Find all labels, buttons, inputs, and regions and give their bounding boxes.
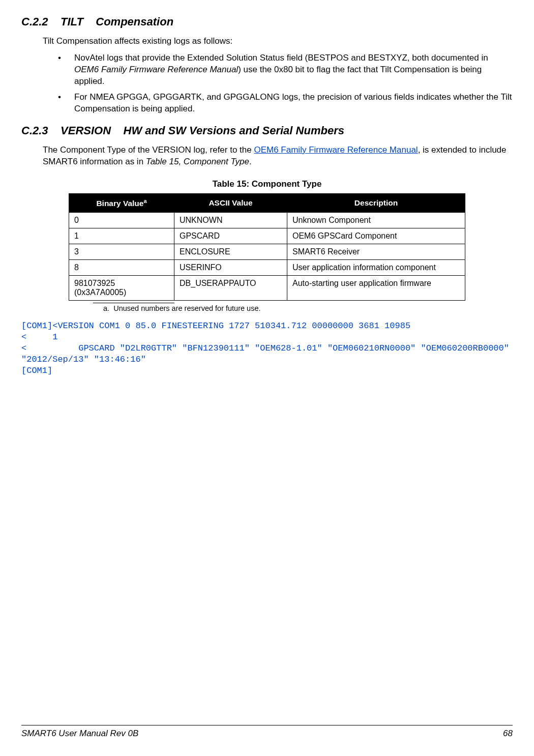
para-pre: The Component Type of the VERSION log, r… — [43, 145, 254, 155]
table-footnote: a. Unused numbers are reserved for futur… — [103, 304, 465, 312]
bullet-text-pre: For NMEA GPGGA, GPGGARTK, and GPGGALONG … — [74, 92, 512, 113]
table-row: 981073925 (0x3A7A0005) DB_USERAPPAUTO Au… — [69, 275, 465, 300]
heading-main: TILT — [61, 15, 83, 28]
table-row: 0 UNKNOWN Unknown Component — [69, 212, 465, 228]
footer-right: 68 — [503, 729, 513, 739]
footnote-label: a. — [103, 304, 109, 312]
cell-asc: USERINFO — [174, 259, 287, 275]
terminal-line: [COM1] — [21, 366, 52, 375]
oem6-link[interactable]: OEM6 Family Firmware Reference Manual — [254, 145, 418, 155]
footnote-rule — [93, 303, 174, 303]
terminal-output: [COM1]<VERSION COM1 0 85.0 FINESTEERING … — [21, 321, 513, 376]
cell-bin: 3 — [69, 244, 174, 259]
table-row: 3 ENCLOSURE SMART6 Receiver — [69, 244, 465, 259]
list-item: NovAtel logs that provide the Extended S… — [43, 52, 513, 88]
heading-main: VERSION — [61, 124, 111, 137]
cell-bin: 8 — [69, 259, 174, 275]
c23-paragraph: The Component Type of the VERSION log, r… — [43, 144, 513, 168]
cell-asc: DB_USERAPPAUTO — [174, 275, 287, 300]
cell-desc: OEM6 GPSCard Component — [287, 228, 465, 244]
page: C.2.2 TILT Compensation Tilt Compensatio… — [0, 0, 534, 756]
bullet-text-pre: NovAtel logs that provide the Extended S… — [74, 53, 488, 63]
th-binary: Binary Valuea — [69, 193, 174, 212]
cell-desc: User application information component — [287, 259, 465, 275]
cell-desc: SMART6 Receiver — [287, 244, 465, 259]
table-row: 8 USERINFO User application information … — [69, 259, 465, 275]
table-header-row: Binary Valuea ASCII Value Description — [69, 193, 465, 212]
heading-c23: C.2.3 VERSION HW and SW Versions and Ser… — [21, 124, 513, 137]
section-c22-body: Tilt Compensation affects existing logs … — [43, 36, 513, 115]
c22-intro: Tilt Compensation affects existing logs … — [43, 36, 513, 47]
heading-number: C.2.3 — [21, 124, 48, 137]
th-ascii: ASCII Value — [174, 193, 287, 212]
cell-bin: 1 — [69, 228, 174, 244]
page-footer: SMART6 User Manual Rev 0B 68 — [21, 725, 513, 739]
list-item: For NMEA GPGGA, GPGGARTK, and GPGGALONG … — [43, 92, 513, 115]
footer-left: SMART6 User Manual Rev 0B — [21, 729, 138, 739]
cell-desc: Unknown Component — [287, 212, 465, 228]
terminal-line: [COM1]<VERSION COM1 0 85.0 FINESTEERING … — [21, 321, 410, 331]
cell-asc: GPSCARD — [174, 228, 287, 244]
table-caption: Table 15: Component Type — [21, 179, 513, 189]
terminal-line: < 1 — [21, 332, 57, 342]
cell-desc: Auto-starting user application firmware — [287, 275, 465, 300]
heading-number: C.2.2 — [21, 15, 48, 28]
cell-bin: 0 — [69, 212, 174, 228]
heading-sub: Compensation — [96, 15, 173, 28]
table-footnote-wrap: a. Unused numbers are reserved for futur… — [69, 303, 465, 312]
cell-asc: UNKNOWN — [174, 212, 287, 228]
th-desc: Description — [287, 193, 465, 212]
cell-asc: ENCLOSURE — [174, 244, 287, 259]
table-row: 1 GPSCARD OEM6 GPSCard Component — [69, 228, 465, 244]
c22-bullet-list: NovAtel logs that provide the Extended S… — [43, 52, 513, 115]
para-ref: Table 15, Component Type — [146, 157, 249, 166]
th-binary-label: Binary Value — [96, 199, 143, 208]
terminal-line: < GPSCARD "D2LR0GTTR" "BFN12390111" "OEM… — [21, 343, 514, 364]
para-post: . — [249, 157, 252, 166]
heading-c22: C.2.2 TILT Compensation — [21, 15, 513, 28]
cell-bin: 981073925 (0x3A7A0005) — [69, 275, 174, 300]
heading-sub: HW and SW Versions and Serial Numbers — [124, 124, 344, 137]
footnote-text: Unused numbers are reserved for future u… — [113, 304, 260, 312]
th-binary-sup: a — [143, 198, 146, 204]
bullet-text-italic: OEM6 Family Firmware Reference Manual — [74, 65, 238, 74]
component-type-table: Binary Valuea ASCII Value Description 0 … — [69, 193, 465, 301]
section-c23-body: The Component Type of the VERSION log, r… — [43, 144, 513, 168]
